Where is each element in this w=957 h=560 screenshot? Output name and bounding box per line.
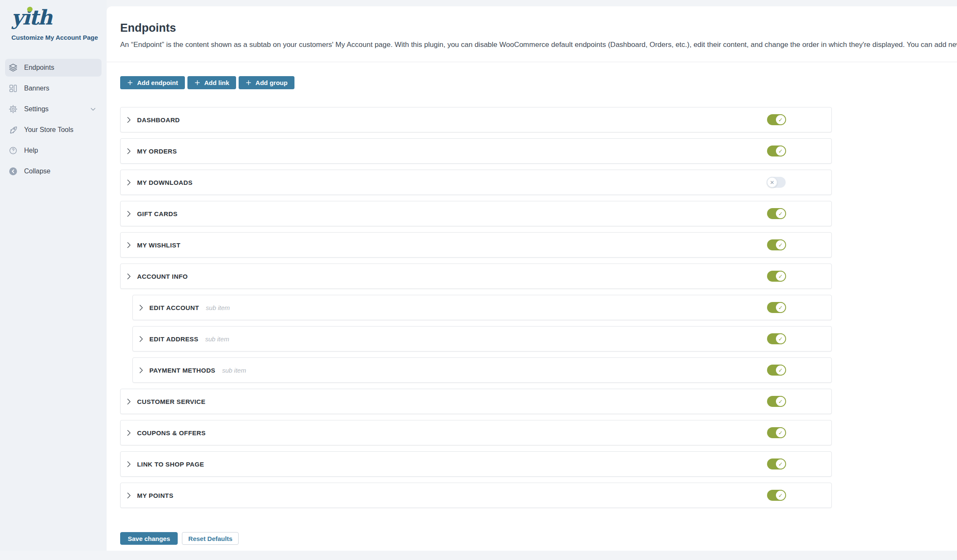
chevron-right-icon[interactable] [124, 271, 133, 281]
main-panel: Endpoints An “Endpoint” is the content s… [107, 6, 957, 551]
endpoint-toggle-gift-cards[interactable]: ✓ [767, 208, 786, 219]
endpoint-toggle-link-to-shop-page[interactable]: ✓ [767, 458, 786, 469]
chevron-right-icon[interactable] [136, 365, 146, 375]
endpoint-row-gift-cards: GIFT CARDS✓ [120, 201, 832, 226]
plus-icon [245, 80, 252, 86]
endpoint-toggle-coupons-offers[interactable]: ✓ [767, 427, 786, 438]
chevron-right-icon[interactable] [124, 115, 133, 125]
sidebar-item-banners[interactable]: Banners [5, 80, 102, 97]
endpoint-row-dashboard: DASHBOARD✓ [120, 107, 832, 132]
sidebar-item-label: Settings [24, 105, 49, 113]
endpoint-label[interactable]: EDIT ADDRESS [149, 335, 198, 343]
chevron-right-icon[interactable] [124, 396, 133, 406]
yith-logo: yith [11, 5, 66, 30]
endpoint-label[interactable]: PAYMENT METHODS [149, 367, 215, 374]
check-icon: ✓ [775, 490, 786, 501]
sidebar-item-label: Help [24, 147, 38, 154]
endpoint-label[interactable]: LINK TO SHOP PAGE [137, 461, 204, 468]
endpoint-label[interactable]: MY POINTS [137, 492, 173, 499]
sidebar-item-label: Endpoints [24, 64, 54, 71]
help-icon [8, 145, 18, 156]
add-endpoint-label: Add endpoint [137, 79, 178, 86]
sidebar-item-your-store-tools[interactable]: Your Store Tools [5, 121, 102, 139]
endpoint-row-customer-service: CUSTOMER SERVICE✓ [120, 389, 832, 414]
chevron-right-icon[interactable] [124, 240, 133, 250]
sidebar-item-endpoints[interactable]: Endpoints [5, 59, 102, 77]
check-icon: ✓ [775, 208, 786, 219]
check-icon: ✓ [775, 396, 786, 407]
endpoint-label[interactable]: MY DOWNLOADS [137, 179, 192, 186]
endpoint-toggle-edit-address[interactable]: ✓ [767, 333, 786, 344]
check-icon: ✓ [775, 271, 786, 282]
endpoint-label[interactable]: DASHBOARD [137, 116, 180, 124]
add-group-button[interactable]: Add group [239, 76, 294, 89]
footer-actions: Save changes Reset Defaults [120, 532, 957, 545]
check-icon: ✓ [775, 458, 786, 469]
endpoint-toggle-my-orders[interactable]: ✓ [767, 145, 786, 156]
endpoint-toggle-my-wishlist[interactable]: ✓ [767, 239, 786, 250]
sub-item-tag: sub item [205, 335, 229, 343]
sub-item-tag: sub item [206, 304, 230, 311]
save-changes-button[interactable]: Save changes [120, 532, 178, 545]
sidebar: yith Customize My Account Page Endpoints… [0, 0, 107, 551]
endpoint-toggle-account-info[interactable]: ✓ [767, 271, 786, 282]
chevron-down-icon [90, 106, 96, 113]
app-root: yith Customize My Account Page Endpoints… [0, 0, 957, 560]
page-title: Endpoints [120, 21, 947, 35]
add-link-button[interactable]: Add link [187, 76, 236, 89]
endpoint-row-my-downloads: MY DOWNLOADS✕ [120, 170, 832, 195]
chevron-right-icon[interactable] [124, 146, 133, 156]
endpoint-row-my-orders: MY ORDERS✓ [120, 138, 832, 164]
add-endpoint-button[interactable]: Add endpoint [120, 76, 185, 89]
sidebar-item-label: Banners [24, 85, 50, 92]
endpoint-row-payment-methods: PAYMENT METHODSsub item✓ [132, 357, 832, 383]
sidebar-item-label: Your Store Tools [24, 126, 74, 134]
endpoint-row-my-wishlist: MY WISHLIST✓ [120, 232, 832, 258]
endpoint-toggle-edit-account[interactable]: ✓ [767, 302, 786, 313]
sidebar-item-help[interactable]: Help [5, 142, 102, 159]
chevron-right-icon[interactable] [124, 209, 133, 219]
plus-icon [194, 80, 201, 86]
endpoint-label[interactable]: EDIT ACCOUNT [149, 304, 199, 311]
endpoint-label[interactable]: COUPONS & OFFERS [137, 429, 206, 436]
chevron-right-icon[interactable] [136, 334, 146, 344]
endpoint-label[interactable]: CUSTOMER SERVICE [137, 398, 206, 405]
endpoint-row-account-info: ACCOUNT INFO✓ [120, 264, 832, 289]
toolbar: Add endpoint Add link Add group [120, 76, 957, 89]
check-icon: ✓ [775, 427, 786, 438]
chevron-right-icon[interactable] [124, 459, 133, 469]
reset-defaults-button[interactable]: Reset Defaults [182, 532, 239, 545]
endpoint-toggle-dashboard[interactable]: ✓ [767, 114, 786, 125]
check-icon: ✓ [775, 333, 786, 344]
chevron-right-icon[interactable] [136, 302, 146, 313]
endpoint-label[interactable]: MY WISHLIST [137, 242, 180, 249]
check-icon: ✓ [775, 302, 786, 313]
sidebar-item-label: Collapse [24, 167, 50, 175]
sidebar-nav: EndpointsBannersSettingsYour Store Tools… [0, 59, 107, 180]
endpoint-row-link-to-shop-page: LINK TO SHOP PAGE✓ [120, 451, 832, 477]
add-link-label: Add link [204, 79, 229, 86]
gear-icon [8, 104, 18, 114]
endpoint-toggle-my-points[interactable]: ✓ [767, 490, 786, 501]
sub-item-tag: sub item [222, 367, 246, 374]
cross-icon: ✕ [767, 177, 778, 188]
sidebar-item-collapse[interactable]: Collapse [5, 162, 102, 180]
chevron-right-icon[interactable] [124, 177, 133, 187]
banners-icon [8, 83, 18, 93]
endpoint-toggle-payment-methods[interactable]: ✓ [767, 365, 786, 376]
endpoint-toggle-my-downloads[interactable]: ✕ [767, 177, 786, 188]
layers-icon [8, 63, 18, 73]
chevron-right-icon[interactable] [124, 428, 133, 438]
sidebar-item-settings[interactable]: Settings [5, 100, 102, 118]
endpoint-label[interactable]: GIFT CARDS [137, 210, 178, 217]
endpoint-label[interactable]: MY ORDERS [137, 148, 177, 155]
plus-icon [127, 80, 133, 86]
endpoint-row-edit-address: EDIT ADDRESSsub item✓ [132, 326, 832, 351]
chevron-right-icon[interactable] [124, 490, 133, 500]
endpoint-row-my-points: MY POINTS✓ [120, 483, 832, 508]
endpoint-label[interactable]: ACCOUNT INFO [137, 273, 188, 280]
check-icon: ✓ [775, 239, 786, 250]
plugin-title: Customize My Account Page [11, 34, 107, 41]
endpoint-toggle-customer-service[interactable]: ✓ [767, 396, 786, 407]
check-icon: ✓ [775, 114, 786, 125]
